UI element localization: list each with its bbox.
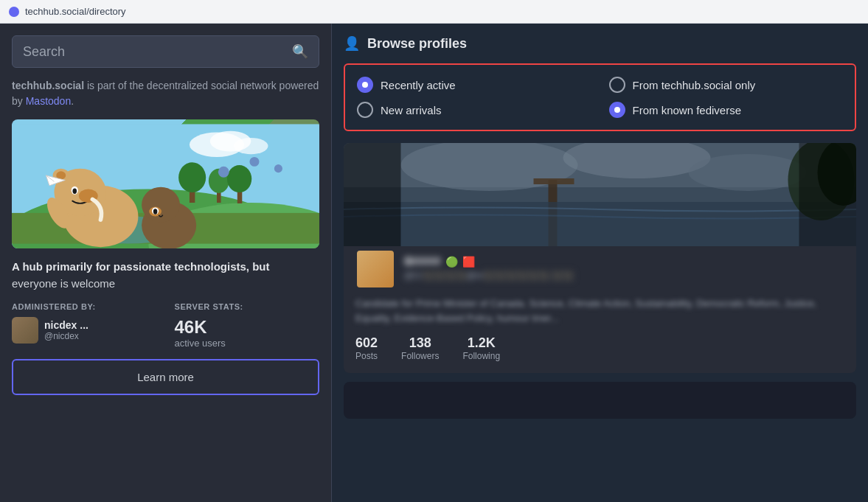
radio-from-fediverse[interactable] [609,102,625,118]
url-domain: techhub.social [25,6,86,17]
admin-row: nicdex ... @nicdex [12,317,157,344]
sidebar: 🔍 techhub.social is part of the decentra… [0,24,332,502]
profile-stats: 602 Posts 138 Followers 1.2K Following [355,335,844,361]
posts-label: Posts [355,351,378,361]
filter-label-recently-active: Recently active [381,79,456,91]
svg-point-8 [178,162,206,192]
svg-point-12 [227,165,251,192]
server-info: ADMINISTERED BY: nicdex ... @nicdex SERV… [12,302,319,349]
browse-header: 👤 Browse profiles [344,35,856,52]
admin-label: ADMINISTERED BY: [12,302,157,311]
followers-count: 138 [401,335,439,351]
svg-point-24 [218,167,229,178]
profile-name: ꞨꟖꟖꟖꟖꟖ [404,255,441,268]
server-description: techhub.social is part of the decentrali… [12,78,319,109]
svg-point-26 [274,164,282,172]
stat-posts: 602 Posts [355,335,378,361]
admin-info: nicdex ... @nicdex [44,319,88,341]
svg-rect-43 [799,143,857,246]
profile-top: ꞨꟖꟖꟖꟖꟖ 🟢 🟥 @Cr⬛⬛⬛⬛@m⬛⬛⬛⬛⬛⬛.⬛⬛ [355,255,844,289]
active-users-count: 46K [175,317,320,338]
profile-card-2 [344,382,856,419]
content-area: 👤 Browse profiles Recently active From t… [332,24,868,502]
filter-recently-active[interactable]: Recently active [357,77,591,93]
profile-avatar [355,249,395,289]
filter-label-from-fediverse: From known fediverse [633,104,742,116]
hub-description: A hub primarily for passionate technolog… [12,259,319,292]
followers-label: Followers [401,351,439,361]
profile-banner-2 [344,382,856,419]
svg-point-3 [234,138,268,154]
mastodon-link[interactable]: Mastodon [26,95,71,107]
profile-handle: @Cr⬛⬛⬛⬛@m⬛⬛⬛⬛⬛⬛.⬛⬛ [404,271,844,281]
search-icon: 🔍 [292,43,308,60]
search-input[interactable] [23,44,286,60]
profile-name-section: ꞨꟖꟖꟖꟖꟖ 🟢 🟥 @Cr⬛⬛⬛⬛@m⬛⬛⬛⬛⬛⬛.⬛⬛ [404,255,844,281]
main-layout: 🔍 techhub.social is part of the decentra… [0,24,868,502]
profile-badge-1: 🟢 [445,256,458,268]
radio-new-arrivals[interactable] [357,102,373,118]
search-box[interactable]: 🔍 [12,35,319,68]
filter-new-arrivals[interactable]: New arrivals [357,102,591,118]
profile-banner [344,143,856,246]
radio-from-techhub[interactable] [609,77,625,93]
filter-label-from-techhub: From techhub.social only [633,79,756,91]
radio-inner [362,82,368,88]
following-label: Following [462,351,500,361]
favicon-icon [9,7,19,17]
filter-from-techhub[interactable]: From techhub.social only [609,77,844,93]
learn-more-button[interactable]: Learn more [12,359,319,395]
profile-badge-2: 🟥 [462,256,475,268]
filter-from-fediverse[interactable]: From known fediverse [609,102,844,118]
stat-following: 1.2K Following [462,335,500,361]
url-path: /directory [86,6,125,17]
profile-body: ꞨꟖꟖꟖꟖꟖ 🟢 🟥 @Cr⬛⬛⬛⬛@m⬛⬛⬛⬛⬛⬛.⬛⬛ Candidate … [344,246,856,373]
svg-point-31 [153,209,158,214]
svg-rect-42 [344,143,401,246]
stat-followers: 138 Followers [401,335,439,361]
admin-avatar [12,317,38,344]
browse-profiles-icon: 👤 [344,35,360,52]
radio-inner-fediverse [614,107,620,113]
active-users-label: active users [175,338,320,349]
svg-point-19 [72,189,77,194]
posts-count: 602 [355,335,378,351]
radio-recently-active[interactable] [357,77,373,93]
stats-section: SERVER STATS: 46K active users [175,302,320,349]
browse-title: Browse profiles [367,36,467,52]
svg-point-25 [249,157,259,167]
profile-name-row: ꞨꟖꟖꟖꟖꟖ 🟢 🟥 [404,255,844,268]
svg-rect-38 [534,178,574,184]
profile-bio: Candidate for Prime Minister of Canada. … [355,296,844,325]
filter-box: Recently active From techhub.social only… [344,63,856,131]
admin-handle: @nicdex [44,331,88,341]
profile-card: ꞨꟖꟖꟖꟖꟖ 🟢 🟥 @Cr⬛⬛⬛⬛@m⬛⬛⬛⬛⬛⬛.⬛⬛ Candidate … [344,143,856,373]
stats-label: SERVER STATS: [175,302,320,311]
admin-section: ADMINISTERED BY: nicdex ... @nicdex [12,302,157,349]
title-bar: techhub.social/directory [0,0,868,24]
admin-name: nicdex ... [44,319,88,331]
filter-label-new-arrivals: New arrivals [381,104,442,116]
following-count: 1.2K [462,335,500,351]
mascot-image [12,119,319,248]
